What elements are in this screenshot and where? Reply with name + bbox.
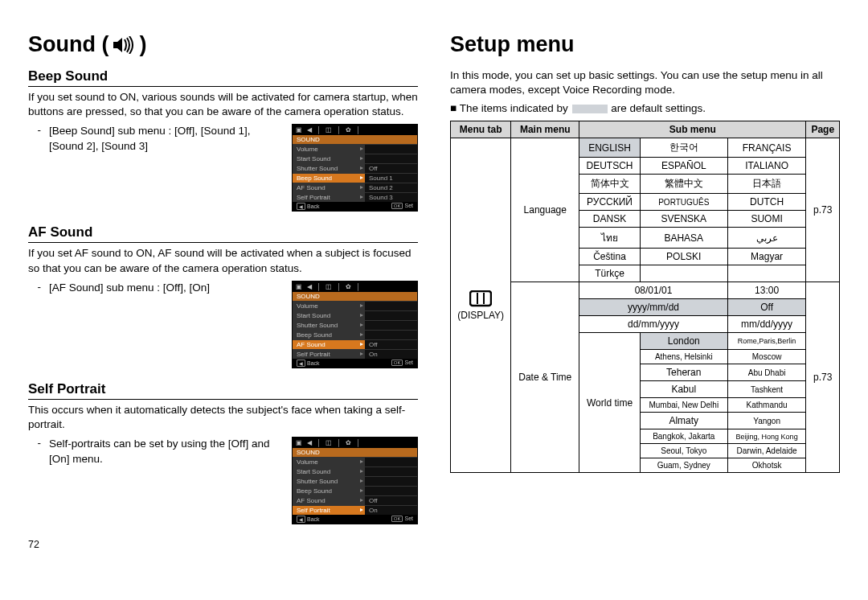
lcd-af-sound: ▣◀│◫│✿│ SOUND Volume▸ Start Sound▸ Shutt… xyxy=(292,281,418,368)
lcd-row: Shutter Sound▸ xyxy=(293,476,417,486)
city-cell: Moscow xyxy=(727,350,806,364)
date-cell: Off xyxy=(727,299,806,316)
camera-icon: ▣ xyxy=(296,126,302,134)
th-menu-tab: Menu tab xyxy=(451,121,511,138)
lang-cell: POLSKI xyxy=(640,249,727,265)
menu-tab-cell: (DISPLAY) xyxy=(451,138,511,473)
right-column: Setup menu In this mode, you can set up … xyxy=(450,32,840,550)
self-portrait-body: This occurs when it automatically detect… xyxy=(28,403,418,432)
lang-cell: SVENSKA xyxy=(640,211,727,228)
lcd-row: Volume▸ xyxy=(293,144,417,154)
language-label: Language xyxy=(511,138,579,282)
lcd-row: Beep Sound▸Sound 1 xyxy=(293,173,417,183)
city-cell: Athens, Helsinki xyxy=(640,350,727,364)
city-cell: Rome,Paris,Berlin xyxy=(727,333,806,350)
city-cell: Seoul, Tokyo xyxy=(640,444,727,458)
beep-sound-heading: Beep Sound xyxy=(28,68,418,87)
setup-table: Menu tab Main menu Sub menu Page (DISPLA… xyxy=(450,121,840,473)
city-cell: Abu Dhabi xyxy=(727,364,806,381)
date-cell: dd/mm/yyyy xyxy=(579,316,728,333)
setup-title: Setup menu xyxy=(450,32,840,57)
city-cell: Kathmandu xyxy=(727,398,806,413)
language-page: p.73 xyxy=(806,138,840,282)
title-text: Sound ( xyxy=(28,32,108,57)
date-cell: 13:00 xyxy=(727,282,806,299)
svg-marker-0 xyxy=(113,38,122,52)
lang-cell: 한국어 xyxy=(640,138,727,158)
city-cell: Bangkok, Jakarta xyxy=(640,429,727,444)
default-note: ■ The items indicated by are default set… xyxy=(450,102,840,114)
lcd-row: Volume▸ xyxy=(293,301,417,310)
city-cell: Beijing, Hong Kong xyxy=(727,429,806,444)
lang-cell xyxy=(727,265,806,282)
city-cell: Yangon xyxy=(727,413,806,429)
lcd-row: Start Sound▸ xyxy=(293,466,417,476)
lcd-row: Start Sound▸ xyxy=(293,310,417,320)
th-main-menu: Main menu xyxy=(511,121,579,138)
date-cell: yyyy/mm/dd xyxy=(579,299,728,316)
city-cell: Guam, Sydney xyxy=(640,458,727,473)
lang-cell: PORTUGUÊS xyxy=(640,194,727,211)
date-time-page: p.73 xyxy=(806,282,840,473)
lcd-self-portrait: ▣◀│◫│✿│ SOUND Volume▸ Start Sound▸ Shutt… xyxy=(292,437,418,524)
setup-intro: In this mode, you can set up basic setti… xyxy=(450,68,840,97)
th-page: Page xyxy=(806,121,840,138)
lcd-row: Self Portrait▸On xyxy=(293,349,417,359)
self-portrait-bullet-row: - Self-portraits can be set by using the… xyxy=(28,437,418,524)
date-time-label: Date & Time xyxy=(511,282,579,473)
lang-cell: Magyar xyxy=(727,249,806,265)
af-sound-bullet-row: - [AF Sound] sub menu : [Off], [On] ▣◀│◫… xyxy=(28,281,418,368)
city-cell: London xyxy=(640,333,727,350)
lang-cell: ESPAÑOL xyxy=(640,158,727,175)
date-cell: mm/dd/yyyy xyxy=(727,316,806,333)
city-cell: Darwin, Adelaide xyxy=(727,444,806,458)
lang-cell: ไทย xyxy=(579,228,641,249)
city-cell: Mumbai, New Delhi xyxy=(640,398,727,413)
lcd-row: Shutter Sound▸Off xyxy=(293,163,417,173)
lang-cell: DEUTSCH xyxy=(579,158,641,175)
city-cell: Teheran xyxy=(640,364,727,381)
lang-cell: ITALIANO xyxy=(727,158,806,175)
lcd-beep-sound: ▣◀│◫│✿│ SOUND Volume▸ Start Sound▸ Shutt… xyxy=(292,124,418,212)
lcd-row: AF Sound▸Sound 2 xyxy=(293,183,417,192)
lang-cell: FRANÇAIS xyxy=(727,138,806,158)
th-sub-menu: Sub menu xyxy=(579,121,806,138)
self-portrait-heading: Self Portrait xyxy=(28,381,418,400)
lang-cell xyxy=(640,265,727,282)
speaker-icon xyxy=(113,36,134,54)
default-swatch xyxy=(572,105,608,113)
af-sound-heading: AF Sound xyxy=(28,224,418,243)
lcd-row: Self Portrait▸On xyxy=(293,505,417,515)
title-end: ) xyxy=(139,32,146,57)
date-cell: 08/01/01 xyxy=(579,282,728,299)
lang-cell: SUOMI xyxy=(727,211,806,228)
lang-cell: 繁體中文 xyxy=(640,175,727,194)
svg-rect-1 xyxy=(470,291,491,306)
self-portrait-bullet: Self-portraits can be set by using the [… xyxy=(49,437,284,466)
lcd-row: Self Portrait▸Sound 3 xyxy=(293,192,417,202)
lcd-row: Start Sound▸ xyxy=(293,154,417,163)
lcd-row: Shutter Sound▸ xyxy=(293,320,417,330)
lang-cell: Čeština xyxy=(579,249,641,265)
sound-title: Sound ( ) xyxy=(28,32,418,57)
lang-cell: عربي xyxy=(727,228,806,249)
lang-cell: 日本語 xyxy=(727,175,806,194)
lang-cell: ENGLISH xyxy=(579,138,641,158)
beep-sound-bullet-row: - [Beep Sound] sub menu : [Off], [Sound … xyxy=(28,124,418,212)
af-sound-bullet: [AF Sound] sub menu : [Off], [On] xyxy=(49,281,284,295)
lcd-row: AF Sound▸Off xyxy=(293,339,417,349)
lang-cell: 简体中文 xyxy=(579,175,641,194)
lcd-row: Beep Sound▸ xyxy=(293,330,417,339)
city-cell: Kabul xyxy=(640,381,727,398)
world-time-label: World time xyxy=(579,333,641,473)
beep-sound-bullet: [Beep Sound] sub menu : [Off], [Sound 1]… xyxy=(49,124,284,153)
lang-cell: DUTCH xyxy=(727,194,806,211)
af-sound-body: If you set AF sound to ON, AF sound will… xyxy=(28,246,418,275)
lcd-header: SOUND xyxy=(293,135,417,144)
lcd-row: AF Sound▸Off xyxy=(293,495,417,505)
lang-cell: BAHASA xyxy=(640,228,727,249)
lang-cell: РУССКИЙ xyxy=(579,194,641,211)
lang-cell: Türkçe xyxy=(579,265,641,282)
city-cell: Almaty xyxy=(640,413,727,429)
left-column: Sound ( ) Beep Sound If you set sound to… xyxy=(28,32,418,550)
